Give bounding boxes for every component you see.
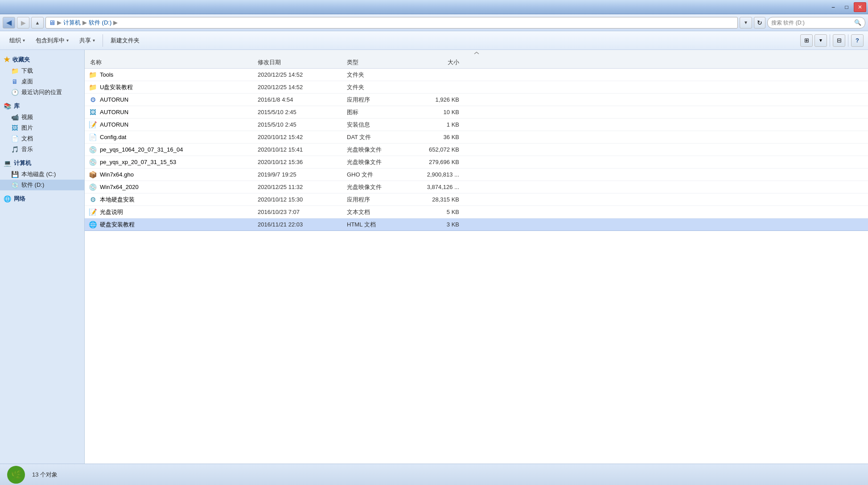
table-row[interactable]: 📁 Tools 2020/12/25 14:52 文件夹 [85,69,868,81]
computer-header-icon: 💻 [4,160,11,167]
sidebar-item-document[interactable]: 📄 文档 [0,133,84,144]
table-row[interactable]: 📝 AUTORUN 2015/5/10 2:45 安装信息 1 KB [85,119,868,131]
dat-icon: 📄 [88,133,97,142]
table-row[interactable]: 📝 光盘说明 2016/10/23 7:07 文本文档 5 KB [85,206,868,218]
preview-pane-button[interactable]: ⊟ [833,34,845,47]
search-input[interactable] [771,20,852,26]
breadcrumb-sep2: ▶ [82,19,87,26]
file-cell-size: 652,072 KB [405,146,463,153]
music-label: 音乐 [21,145,33,153]
view-dropdown-button[interactable]: ▼ [815,34,827,47]
search-icon: 🔍 [854,19,861,26]
file-cell-type: GHO 文件 [347,171,405,179]
organize-button[interactable]: 组织 ▾ [4,33,30,48]
desktop-icon: 🖥 [11,78,19,86]
sidebar-library-header[interactable]: 📚 库 [0,100,84,112]
file-cell-type: 光盘映像文件 [347,183,405,191]
minimize-button[interactable]: – [827,2,839,12]
search-box[interactable]: 🔍 [767,17,865,29]
file-name: 本地硬盘安装 [100,196,135,204]
sidebar-item-video[interactable]: 📹 视频 [0,112,84,123]
table-row[interactable]: 🖼 AUTORUN 2015/5/10 2:45 图标 10 KB [85,106,868,119]
back-button[interactable]: ◀ [3,17,15,29]
software-d-icon: 💿 [11,181,19,189]
include-button[interactable]: 包含到库中 ▾ [31,33,74,48]
share-button[interactable]: 共享 ▾ [74,33,100,48]
sidebar-item-picture[interactable]: 🖼 图片 [0,123,84,133]
favorites-label: 收藏夹 [12,56,30,64]
sidebar-favorites-header[interactable]: ★ 收藏夹 [0,53,84,66]
table-row[interactable]: ⚙ AUTORUN 2016/1/8 4:54 应用程序 1,926 KB [85,94,868,106]
iso-icon: 💿 [88,145,97,154]
status-count: 13 个对象 [32,471,58,479]
col-header-size[interactable]: 大小 [405,58,463,66]
toolbar-separator-3 [848,34,848,47]
sidebar-item-recent[interactable]: 🕐 最近访问的位置 [0,87,84,98]
sidebar-network-header[interactable]: 🌐 网络 [0,193,84,205]
sidebar-computer-header[interactable]: 💻 计算机 [0,157,84,169]
refresh-button[interactable]: ↻ [754,17,765,29]
col-header-date[interactable]: 修改日期 [258,58,347,66]
toolbar-right: ⊞ ▼ ⊟ ? [800,34,864,47]
file-cell-date: 2020/10/12 15:42 [258,134,347,140]
document-label: 文档 [21,135,33,143]
toolbar: 组织 ▾ 包含到库中 ▾ 共享 ▾ 新建文件夹 ⊞ ▼ ⊟ ? [0,31,868,50]
file-cell-date: 2020/10/12 15:41 [258,146,347,153]
file-cell-date: 2016/11/21 22:03 [258,221,347,228]
network-header-icon: 🌐 [4,195,11,202]
table-row[interactable]: 📄 Config.dat 2020/10/12 15:42 DAT 文件 36 … [85,131,868,144]
new-folder-button[interactable]: 新建文件夹 [106,33,144,48]
table-row[interactable]: 📁 U盘安装教程 2020/12/25 14:52 文件夹 [85,81,868,94]
sidebar: ★ 收藏夹 📁 下载 🖥 桌面 🕐 最近访问的位置 📚 库 [0,50,85,464]
view-toggle-button[interactable]: ⊞ [800,34,813,47]
document-icon: 📄 [11,135,19,143]
sidebar-network-section: 🌐 网络 [0,193,84,205]
table-row[interactable]: 📦 Win7x64.gho 2019/9/7 19:25 GHO 文件 2,90… [85,169,868,181]
file-cell-size: 36 KB [405,134,463,140]
file-cell-name: 📦 Win7x64.gho [88,170,258,179]
file-cell-size: 1,926 KB [405,96,463,103]
close-button[interactable]: ✕ [854,2,866,12]
folder-icon: 📁 [88,83,97,92]
sidebar-item-download[interactable]: 📁 下载 [0,66,84,76]
status-app-icon: 🌿 [7,466,25,484]
picture-label: 图片 [21,124,33,132]
sidebar-item-desktop[interactable]: 🖥 桌面 [0,76,84,87]
sidebar-item-local-c[interactable]: 💾 本地磁盘 (C:) [0,169,84,180]
file-cell-type: 应用程序 [347,196,405,204]
maximize-button[interactable]: □ [840,2,853,12]
sidebar-library-section: 📚 库 📹 视频 🖼 图片 📄 文档 🎵 音乐 [0,100,84,155]
file-cell-name: 📝 光盘说明 [88,208,258,217]
col-header-type[interactable]: 类型 [347,58,405,66]
table-row[interactable]: 💿 pe_yqs_1064_20_07_31_16_04 2020/10/12 … [85,144,868,156]
sidebar-item-software-d[interactable]: 💿 软件 (D:) [0,180,84,190]
forward-button[interactable]: ▶ [17,17,29,29]
scroll-up-indicator[interactable] [85,50,868,56]
help-button[interactable]: ? [851,34,864,47]
table-row[interactable]: 💿 Win7x64_2020 2020/12/25 11:32 光盘映像文件 3… [85,181,868,193]
file-cell-date: 2015/5/10 2:45 [258,109,347,115]
sidebar-item-music[interactable]: 🎵 音乐 [0,144,84,155]
sidebar-computer-section: 💻 计算机 💾 本地磁盘 (C:) 💿 软件 (D:) [0,157,84,190]
file-cell-date: 2020/10/12 15:36 [258,159,347,165]
local-c-icon: 💾 [11,170,19,178]
file-cell-name: 📄 Config.dat [88,133,258,142]
breadcrumb-icon: 🖥 [49,19,55,26]
breadcrumb-drive[interactable]: 软件 (D:) [89,19,111,27]
table-row[interactable]: 💿 pe_yqs_xp_20_07_31_15_53 2020/10/12 15… [85,156,868,169]
file-cell-type: 应用程序 [347,96,405,104]
exe-icon: ⚙ [88,95,97,104]
table-row[interactable]: ⚙ 本地硬盘安装 2020/10/12 15:30 应用程序 28,315 KB [85,193,868,206]
statusbar: 🌿 13 个对象 [0,464,868,485]
breadcrumb-computer[interactable]: 计算机 [63,19,81,27]
dropdown-button[interactable]: ▼ [740,17,752,29]
file-name: 硬盘安装教程 [100,221,135,229]
up-button[interactable]: ▲ [31,17,44,29]
file-cell-size: 2,900,813 ... [405,171,463,178]
file-cell-size: 3,874,126 ... [405,184,463,190]
table-row[interactable]: 🌐 硬盘安装教程 2016/11/21 22:03 HTML 文档 3 KB [85,218,868,231]
library-icon: 📚 [4,103,11,110]
col-header-name[interactable]: 名称 [88,58,258,66]
file-cell-type: 光盘映像文件 [347,158,405,166]
file-cell-name: 📁 Tools [88,70,258,79]
